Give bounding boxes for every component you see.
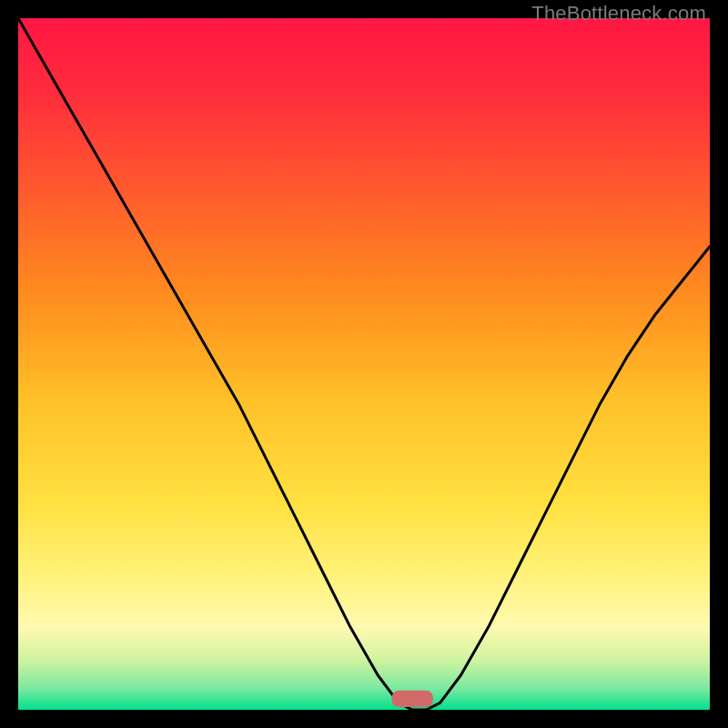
bottleneck-chart <box>18 18 710 710</box>
watermark-text: TheBottleneck.com <box>531 2 706 25</box>
optimal-marker <box>391 691 433 707</box>
gradient-background <box>18 18 710 710</box>
chart-frame <box>18 18 710 710</box>
